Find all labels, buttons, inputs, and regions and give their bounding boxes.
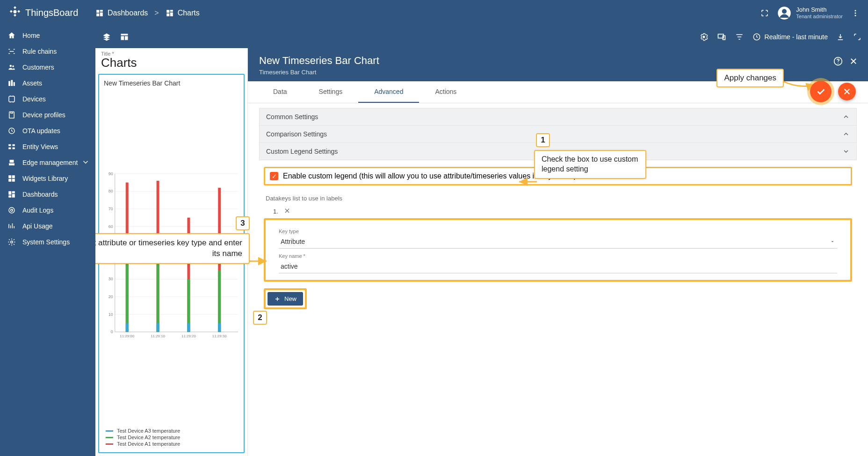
- svg-rect-27: [10, 160, 14, 163]
- remove-datakey-icon[interactable]: [284, 207, 290, 215]
- svg-point-37: [11, 209, 13, 212]
- dashboard-icon: [95, 9, 104, 17]
- svg-point-85: [838, 63, 839, 64]
- sidebar-item-device-profiles[interactable]: Device profiles: [0, 107, 95, 123]
- breadcrumb-charts[interactable]: Charts: [166, 9, 200, 17]
- user-menu[interactable]: John Smith Tenant administrator: [777, 6, 843, 20]
- help-icon[interactable]: [833, 57, 843, 66]
- section-label: Comparison Settings: [266, 130, 327, 138]
- dropdown-caret-icon: [830, 239, 835, 244]
- callout-step1: Check the box to use custom legend setti…: [534, 150, 646, 179]
- svg-rect-1: [96, 10, 99, 13]
- sidebar-item-dashboards[interactable]: Dashboards: [0, 186, 95, 202]
- sidebar-item-widgets-library[interactable]: Widgets Library: [0, 171, 95, 186]
- svg-rect-70: [126, 323, 129, 332]
- close-icon: [843, 87, 851, 96]
- svg-text:10: 10: [108, 312, 113, 317]
- svg-rect-29: [12, 175, 15, 178]
- svg-rect-28: [8, 175, 11, 178]
- svg-rect-3: [100, 12, 103, 16]
- tab-data[interactable]: Data: [257, 81, 303, 103]
- user-role: Tenant administrator: [796, 14, 843, 19]
- tab-actions[interactable]: Actions: [419, 81, 472, 103]
- app-logo[interactable]: ThingsBoard: [8, 5, 95, 21]
- svg-text:0: 0: [111, 329, 113, 334]
- sidebar-item-rule-chains[interactable]: Rule chains: [0, 43, 95, 59]
- kebab-menu-icon[interactable]: [851, 9, 860, 17]
- key-name-input[interactable]: [279, 260, 837, 273]
- callout-badge-1: 1: [536, 133, 550, 147]
- apply-changes-button[interactable]: [810, 81, 832, 102]
- sidebar-item-customers[interactable]: Customers: [0, 59, 95, 75]
- sidebar-item-system-settings[interactable]: System Settings: [0, 234, 95, 250]
- svg-text:11:29:10: 11:29:10: [151, 334, 165, 338]
- svg-point-38: [11, 241, 13, 243]
- svg-rect-22: [8, 144, 11, 146]
- tab-settings[interactable]: Settings: [303, 81, 359, 103]
- datakeys-heading: Datakeys list to use in labels: [266, 195, 850, 202]
- callout-step3: Select attribute or timeseries key type …: [95, 233, 250, 264]
- sidebar-item-label: Home: [22, 32, 40, 39]
- chevron-up-icon: [842, 113, 850, 121]
- datakey-list-item: 1.: [273, 207, 852, 215]
- devices-icon[interactable]: [717, 32, 726, 42]
- sidebar-item-label: Entity Views: [22, 143, 58, 150]
- sidebar-item-edge-management[interactable]: Edge management: [0, 155, 95, 171]
- sidebar-item-devices[interactable]: Devices: [0, 91, 95, 107]
- svg-rect-17: [11, 80, 13, 86]
- expand-icon[interactable]: [853, 33, 861, 41]
- sidebar-item-assets[interactable]: Assets: [0, 75, 95, 91]
- svg-point-14: [10, 65, 12, 67]
- settings-icon[interactable]: [699, 32, 709, 42]
- sidebar-item-entity-views[interactable]: Entity Views: [0, 139, 95, 155]
- svg-rect-35: [8, 195, 11, 198]
- download-icon[interactable]: [836, 33, 845, 41]
- svg-point-15: [12, 65, 14, 67]
- clock-icon: [752, 33, 761, 41]
- dashboard-toolbar: Realtime - last minute: [95, 26, 868, 48]
- plus-icon: [274, 296, 281, 302]
- svg-rect-26: [9, 164, 14, 166]
- filter-icon[interactable]: [735, 32, 744, 42]
- svg-rect-41: [125, 36, 128, 40]
- key-type-select[interactable]: Attribute: [279, 235, 837, 249]
- chevron-down-icon: [842, 148, 850, 155]
- svg-text:11:29:30: 11:29:30: [212, 334, 227, 338]
- svg-text:11:29:00: 11:29:00: [120, 334, 134, 338]
- svg-rect-7: [170, 12, 173, 16]
- breadcrumb-dashboards[interactable]: Dashboards: [95, 9, 148, 17]
- checkbox-checked-icon: ✓: [270, 172, 278, 180]
- add-new-datakey-button[interactable]: New: [268, 292, 303, 306]
- sidebar-item-label: System Settings: [22, 238, 70, 246]
- svg-rect-33: [12, 191, 15, 193]
- sidebar-item-label: Audit Logs: [22, 207, 53, 214]
- sidebar-item-api-usage[interactable]: Api Usage: [0, 218, 95, 234]
- sidebar-item-label: Dashboards: [22, 191, 58, 198]
- cancel-changes-button[interactable]: [838, 83, 856, 100]
- sidebar-item-ota-updates[interactable]: OTA updates: [0, 123, 95, 139]
- svg-point-10: [782, 9, 787, 14]
- dashboard-title-field[interactable]: Title * Charts: [95, 48, 247, 70]
- section-common-settings[interactable]: Common Settings: [259, 108, 857, 126]
- layers-icon[interactable]: [102, 32, 111, 42]
- sidebar-item-audit-logs[interactable]: Audit Logs: [0, 202, 95, 218]
- callout-badge-3: 3: [236, 216, 250, 230]
- chevron-up-icon: [842, 130, 850, 138]
- svg-rect-25: [13, 148, 15, 150]
- time-window[interactable]: Realtime - last minute: [752, 33, 828, 41]
- tab-advanced[interactable]: Advanced: [358, 81, 419, 103]
- fullscreen-icon[interactable]: [760, 9, 769, 17]
- close-editor-icon[interactable]: [849, 57, 858, 65]
- breadcrumb-item-label: Charts: [178, 9, 200, 17]
- svg-point-42: [702, 36, 705, 38]
- section-comparison-settings[interactable]: Comparison Settings: [259, 126, 857, 143]
- svg-rect-4: [96, 13, 99, 16]
- svg-rect-30: [8, 179, 11, 182]
- svg-rect-8: [166, 13, 169, 16]
- grid-view-icon[interactable]: [120, 32, 129, 42]
- svg-rect-23: [13, 144, 15, 146]
- main-content: Realtime - last minute Title * Charts Ne…: [95, 26, 868, 456]
- sidebar-item-label: Api Usage: [22, 222, 53, 230]
- sidebar-item-home[interactable]: Home: [0, 28, 95, 43]
- svg-rect-31: [12, 179, 15, 182]
